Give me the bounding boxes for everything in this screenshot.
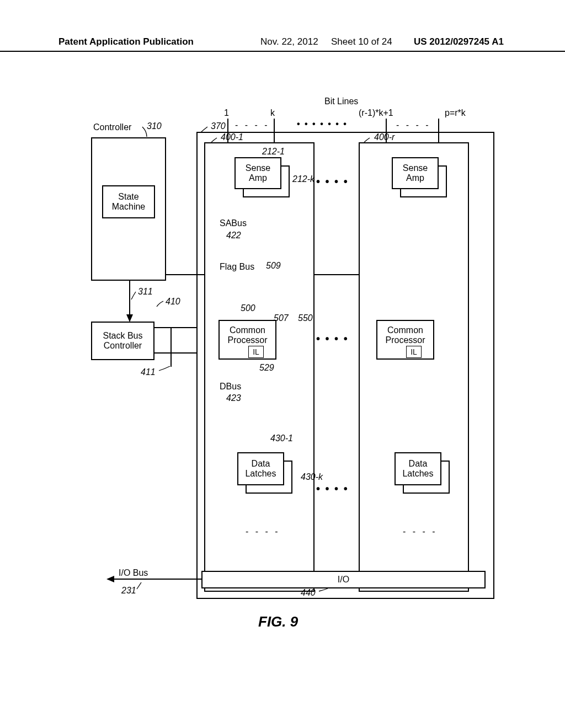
data-latches-1: Data Latches [237, 452, 284, 485]
header-publication: Patent Application Publication [58, 36, 194, 47]
common-processor-label-1: Common Processor [227, 325, 267, 345]
ref-550: 550 [298, 313, 313, 323]
data-latches-label-1: Data Latches [245, 459, 276, 479]
header-rule [0, 51, 565, 52]
bitline-dashes-2: - - - - [396, 120, 431, 130]
bitline-dashes-1: - - - - [235, 120, 270, 130]
ref-310: 310 [147, 121, 162, 131]
ref-370: 370 [211, 121, 226, 131]
sabus-label: SABus [220, 218, 247, 228]
bit-lines-title: Bit Lines [324, 97, 358, 106]
figure-label: FIG. 9 [258, 613, 298, 630]
ref-411: 411 [141, 367, 156, 377]
bitline-r1: (r-1)*k+1 [359, 108, 393, 118]
ref-500: 500 [241, 303, 255, 313]
state-machine-box: State Machine [102, 185, 155, 218]
sense-amp-label-r: Sense Amp [403, 163, 428, 183]
ref-430-k: 430-k [301, 472, 323, 482]
dots-sense: • • • • [316, 175, 349, 188]
ref-430-1: 430-1 [270, 433, 293, 443]
bitline-1: 1 [224, 108, 229, 118]
ref-400-r: 400-r [374, 132, 395, 142]
il-label-1: IL [253, 347, 259, 356]
header-sheet: Sheet 10 of 24 [331, 36, 392, 47]
ref-311: 311 [138, 287, 153, 297]
read-write-stack-r [359, 142, 469, 592]
io-label: I/O [338, 575, 349, 585]
bitline-dots-mid: • • • • • • • [297, 119, 348, 129]
stack-bus-controller-box: Stack Bus Controller [91, 322, 154, 360]
dashes-bottom-1: - - - - [246, 527, 280, 537]
dots-latches: • • • • [316, 483, 349, 495]
data-latches-label-r: Data Latches [402, 459, 433, 479]
controller-label: Controller [93, 122, 131, 132]
ref-212-1: 212-1 [262, 147, 285, 157]
data-latches-r: Data Latches [395, 452, 441, 485]
dashes-bottom-2: - - - - [403, 527, 438, 537]
dots-proc: • • • • [316, 333, 349, 345]
bitline-k: k [270, 108, 275, 118]
ref-509: 509 [266, 261, 281, 271]
ref-231: 231 [121, 586, 136, 596]
common-processor-1: Common Processor [218, 320, 276, 360]
common-processor-r: Common Processor [376, 320, 434, 360]
common-processor-label-r: Common Processor [385, 325, 425, 345]
il-label-r: IL [411, 347, 417, 356]
flag-bus-label: Flag Bus [220, 262, 254, 272]
ref-423: 423 [226, 393, 241, 403]
ref-422: 422 [226, 231, 241, 240]
io-bus-label: I/O Bus [119, 568, 148, 578]
ref-440: 440 [301, 588, 316, 598]
ref-400-1: 400-1 [221, 132, 243, 142]
sense-amp-label-1: Sense Amp [246, 163, 270, 183]
state-machine-text: State Machine [112, 192, 145, 212]
il-box-1: IL [248, 346, 264, 358]
ref-529: 529 [259, 363, 274, 373]
stack-bus-controller-text: Stack Bus Controller [103, 331, 142, 351]
sense-amp-r: Sense Amp [392, 157, 439, 189]
bitline-pk: p=r*k [445, 108, 466, 118]
header-pubno: US 2012/0297245 A1 [414, 36, 504, 47]
header-date: Nov. 22, 2012 [260, 36, 318, 47]
sense-amp-1: Sense Amp [234, 157, 281, 189]
dbus-label: DBus [220, 382, 241, 392]
ref-212-k: 212-k [292, 174, 315, 184]
ref-507: 507 [274, 313, 289, 323]
io-block: I/O [201, 571, 486, 588]
il-box-r: IL [406, 346, 422, 358]
ref-410: 410 [166, 297, 180, 307]
